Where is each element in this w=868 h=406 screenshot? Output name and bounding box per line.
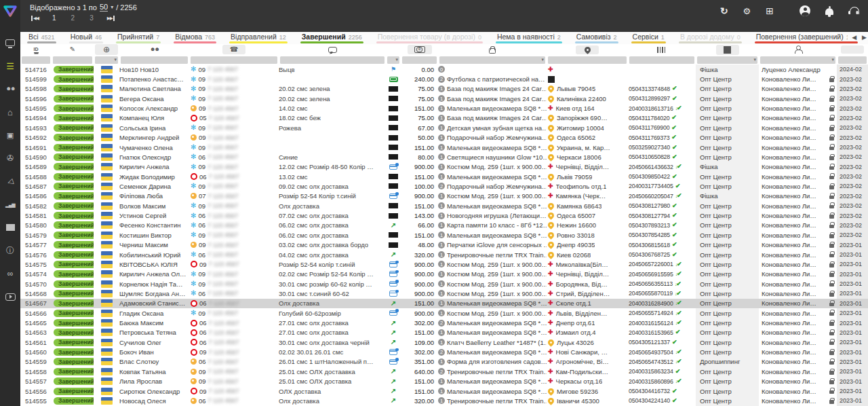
- col-header-country[interactable]: ⊕: [94, 44, 119, 55]
- table-row[interactable]: 514596ЗавершенийВегера Оксана✻097 123 45…: [20, 94, 868, 103]
- filter-tracking[interactable]: [629, 56, 694, 64]
- tab-сервіси[interactable]: Сервіси1: [631, 33, 666, 44]
- sidebar-item-info[interactable]: ⓘ: [0, 239, 20, 262]
- col-header-channel[interactable]: [696, 44, 759, 55]
- table-row[interactable]: 514557ЗавершенийЛила Ярослав097 123 4567…: [20, 377, 868, 386]
- sidebar-item-tutorials[interactable]: [0, 285, 20, 308]
- tab-відмова[interactable]: Відмова763: [174, 33, 216, 44]
- support-headset-icon[interactable]: [848, 7, 859, 16]
- page-button-2[interactable]: 2: [71, 14, 75, 22]
- tab-в-дорозі-додому[interactable]: В дорозі додому0: [679, 33, 742, 44]
- tab-всі[interactable]: Всі4521: [27, 33, 56, 44]
- col-header-id[interactable]: ID: [20, 44, 52, 55]
- tabs-scroll-left-icon[interactable]: ◀: [852, 34, 856, 41]
- filter-payment[interactable]: ▾: [387, 56, 399, 64]
- filter-manager[interactable]: ▾: [760, 56, 835, 64]
- filter-channel[interactable]: ▾: [697, 56, 757, 64]
- filter-phone[interactable]: [191, 56, 277, 64]
- table-row[interactable]: 514565ЗавершенийБаюка Максим067 123 4567…: [20, 318, 868, 327]
- tab-нема-в-наявності[interactable]: Нема в наявності2: [496, 33, 562, 44]
- table-row[interactable]: 514567ЗавершенийАдамовский Станис…067 12…: [20, 299, 868, 308]
- last-page-button[interactable]: ▶▶: [107, 16, 115, 21]
- table-row[interactable]: 514566ЗавершенийГладик Оксана✻097 123 45…: [20, 308, 868, 318]
- sidebar-item-automation[interactable]: [0, 216, 20, 239]
- col-header-tracking[interactable]: [628, 44, 696, 55]
- sidebar-item-partners[interactable]: ∞: [0, 262, 20, 285]
- sidebar-item-marketing[interactable]: ◁: [0, 170, 20, 193]
- col-header-price[interactable]: [401, 44, 438, 55]
- filter-price[interactable]: [402, 56, 437, 64]
- table-row[interactable]: 514592ЗавершенийМерклингер Андрей097 123…: [20, 133, 868, 143]
- table-row[interactable]: 514595ЗавершенийКолосок Александр097 123…: [20, 103, 868, 113]
- table-row[interactable]: 514589ЗавершенийКирилич Анжела✻097 123 4…: [20, 162, 868, 172]
- tabs-scroll-right-icon[interactable]: ▶: [862, 34, 867, 41]
- col-header-comment[interactable]: [279, 44, 386, 55]
- tab-самовивіз[interactable]: Самовивіз2: [575, 33, 618, 44]
- filter-status[interactable]: [53, 56, 92, 64]
- table-row[interactable]: 514568ЗавершенийШумляс Богдана Ан…✻067 1…: [20, 289, 868, 298]
- col-header-phone[interactable]: ☎: [189, 44, 279, 55]
- filter-date[interactable]: [838, 56, 867, 64]
- tab-повернення-товару-в-дорозі-[interactable]: Повернення товару (в дорозі)0: [376, 33, 483, 44]
- table-row[interactable]: 514560ЗавершенийБокоч Иван097 123 456702…: [20, 347, 868, 356]
- sidebar-item-dashboard[interactable]: [0, 31, 20, 54]
- table-row[interactable]: 514561ЗавершенийСучилов Олег067 123 4567…: [20, 337, 868, 347]
- col-header-manager[interactable]: [759, 44, 837, 55]
- sidebar-item-orders[interactable]: ☰: [0, 54, 20, 77]
- notifications-bell-icon[interactable]: [825, 7, 833, 15]
- sidebar-item-store[interactable]: ⌂: [0, 100, 20, 124]
- col-header-address[interactable]: [547, 44, 628, 55]
- table-row[interactable]: 514598ЗавершенийМалютина Светлана✻097 12…: [20, 84, 868, 94]
- table-row[interactable]: 514587ЗавершенийСеменюк Дарина✻097 123 4…: [20, 181, 868, 191]
- table-row[interactable]: 514575ЗавершенийКВІТОВСЬКА ЮЛІЯ097 123 4…: [20, 259, 868, 269]
- tab-повернення-завершений-[interactable]: Повернення (завершений)125: [755, 33, 858, 44]
- sidebar-item-products[interactable]: ▣: [0, 124, 20, 147]
- table-row[interactable]: 514556ЗавершенийСиротюк Олександр097 123…: [20, 386, 868, 396]
- col-header-payment[interactable]: [386, 44, 401, 55]
- table-row[interactable]: 514599ЗавершенийПотапенко Анастас…✻097 1…: [20, 74, 868, 84]
- table-row[interactable]: 514716ЗавершенийНов10 Нов10✻097 123 4567…: [20, 64, 868, 74]
- table-row[interactable]: 514570ЗавершенийКорнелюк Надія Та…✻097 1…: [20, 279, 868, 289]
- sidebar-item-customers[interactable]: ☻☻: [0, 77, 20, 100]
- table-row[interactable]: 514555ЗавершенийНовосад Олеся067 123 456…: [20, 396, 868, 405]
- filter-comment[interactable]: [280, 56, 384, 64]
- table-row[interactable]: 514577ЗавершенийЧерниш Максим097 123 456…: [20, 240, 868, 249]
- table-row[interactable]: 514580ЗавершенийФесенко Константин✻067 1…: [20, 221, 868, 230]
- table-row[interactable]: 514586ЗавершенийФіліпова Люба077 123 456…: [20, 191, 868, 201]
- per-page-select[interactable]: 50: [100, 3, 108, 12]
- first-page-button[interactable]: ◀◀: [31, 16, 39, 21]
- table-row[interactable]: 514574ЗавершенийКирилич Анжела Ол…✻097 1…: [20, 270, 868, 279]
- sidebar-item-procurement[interactable]: ✇: [0, 147, 20, 170]
- tab-новый[interactable]: Новый46: [69, 33, 103, 44]
- table-row[interactable]: 514563ЗавершенийПетровська Тетяна067 123…: [20, 328, 868, 337]
- col-header-date[interactable]: [837, 44, 868, 55]
- table-row[interactable]: 514581ЗавершенийУстинов Сергей✻067 123 4…: [20, 210, 868, 220]
- table-row[interactable]: 514558ЗавершенийКовпак Татьяна097 123 45…: [20, 367, 868, 376]
- filter-product[interactable]: ▾: [439, 56, 545, 64]
- add-window-icon[interactable]: ⊞: [766, 6, 774, 16]
- tab-завершений[interactable]: Завершений2256: [300, 33, 363, 44]
- settings-gear-icon[interactable]: ⚙: [743, 7, 751, 16]
- filter-country[interactable]: ▾: [95, 56, 118, 64]
- table-row[interactable]: 514591ЗавершенийЧумаченко Олена✻097 123 …: [20, 143, 868, 152]
- filter-customer[interactable]: [121, 56, 188, 64]
- col-header-product[interactable]: [438, 44, 547, 55]
- refresh-icon[interactable]: ↻: [720, 6, 728, 16]
- table-row[interactable]: 514579ЗавершенийКостишин Виктор✻097 123 …: [20, 230, 868, 240]
- table-row[interactable]: 514594ЗавершенийКомпанец Юля057 123 4567…: [20, 113, 868, 123]
- table-row[interactable]: 514559ЗавершенийВлас Слотюу067 123 45672…: [20, 357, 868, 367]
- table-row[interactable]: 514588ЗавершенийЖидак Володимир067 123 4…: [20, 172, 868, 181]
- table-row[interactable]: 514590ЗавершенийГнатюк Олексндр✻067 123 …: [20, 152, 868, 162]
- filter-id[interactable]: [22, 56, 50, 64]
- app-logo[interactable]: [0, 0, 20, 22]
- filter-address[interactable]: [548, 56, 627, 64]
- page-button-1[interactable]: 1: [52, 14, 56, 22]
- tab-відправлений[interactable]: Відправлений12: [229, 33, 288, 44]
- page-button-3[interactable]: 3: [90, 14, 94, 22]
- table-row[interactable]: 514582ЗавершенийВолков Максим✻097 123 45…: [20, 201, 868, 210]
- col-header-status[interactable]: ✎: [52, 44, 94, 55]
- table-row[interactable]: 514593ЗавершенийСольська Ірина✻097 123 4…: [20, 123, 868, 132]
- table-row[interactable]: 514576ЗавершенийКобилинський Юрий✻067 12…: [20, 250, 868, 259]
- col-header-customer[interactable]: ☻☻: [119, 44, 189, 55]
- user-avatar-icon[interactable]: [800, 5, 810, 16]
